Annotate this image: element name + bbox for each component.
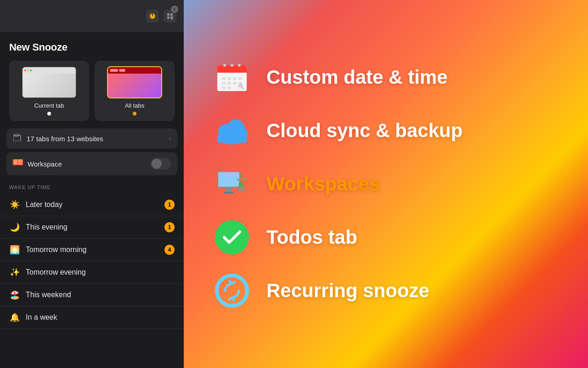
mini-browser-current	[23, 67, 76, 98]
workspace-toggle[interactable]	[151, 158, 171, 170]
this-weekend-option[interactable]: 🏖️ This weekend	[0, 284, 184, 306]
svg-rect-9	[18, 163, 22, 164]
svg-point-40	[217, 276, 247, 306]
later-today-emoji: ☀️	[9, 200, 20, 210]
in-a-week-label: In a week	[26, 313, 175, 322]
tomorrow-evening-label: Tomorrow evening	[26, 268, 175, 276]
extension-icon-1[interactable]	[146, 10, 159, 23]
workspace-text: Workspace	[28, 160, 146, 168]
svg-rect-31	[217, 137, 247, 143]
check-icon-wrap	[211, 217, 253, 258]
feature-recurring: Recurring snooze	[211, 266, 560, 315]
svg-rect-18	[227, 82, 231, 85]
svg-rect-19	[233, 82, 237, 85]
svg-rect-22	[227, 86, 231, 89]
feature-custom-date: Custom date & time	[211, 53, 560, 102]
current-tab-card[interactable]: Current tab	[9, 61, 89, 121]
mini-browser-all-bar	[108, 67, 161, 74]
current-tab-preview	[22, 66, 77, 98]
svg-point-23	[223, 64, 226, 67]
mini-browser-all-content	[108, 74, 161, 98]
tomorrow-evening-emoji: ✨	[9, 267, 20, 277]
cloud-icon-wrap	[211, 110, 253, 151]
svg-rect-8	[18, 160, 22, 162]
svg-rect-16	[238, 77, 242, 80]
tabs-info-text: 17 tabs from 13 websites	[27, 135, 164, 143]
svg-rect-35	[226, 188, 232, 192]
popup-title: New Snooze	[9, 41, 175, 53]
later-today-badge: 1	[164, 200, 175, 210]
svg-rect-36	[224, 192, 234, 194]
cloud-sync-text: Cloud sync & backup	[266, 120, 463, 142]
svg-rect-21	[222, 86, 226, 89]
svg-rect-3	[167, 17, 170, 19]
chevron-right-icon: ›	[169, 135, 171, 142]
workspace-icon	[13, 159, 23, 168]
tabs-info-row[interactable]: 17 tabs from 13 websites ›	[6, 128, 177, 149]
current-tab-label: Current tab	[34, 102, 64, 109]
tabs-icon	[13, 134, 22, 143]
wake-up-section-label: WAKE UP TIME	[0, 179, 184, 194]
close-button[interactable]: ×	[171, 6, 178, 13]
svg-point-24	[231, 64, 233, 67]
monitor-icon-wrap	[211, 163, 253, 205]
features-area: Custom date & time Cloud sync & backup	[184, 0, 588, 368]
tomorrow-morning-option[interactable]: 🌅 Tomorrow morning 4	[0, 239, 184, 261]
workspaces-text: Workspaces	[266, 173, 380, 195]
recurring-snooze-text: Recurring snooze	[266, 280, 430, 302]
svg-rect-12	[217, 71, 247, 73]
todos-text: Todos tab	[266, 226, 357, 248]
this-weekend-emoji: 🏖️	[9, 290, 20, 300]
all-tabs-preview	[107, 66, 162, 98]
refresh-circle-icon	[215, 274, 249, 308]
extension-panel: × New Snooze	[0, 0, 184, 368]
svg-rect-38	[239, 182, 243, 187]
refresh-icon-wrap	[211, 270, 253, 311]
svg-rect-34	[219, 173, 238, 186]
svg-point-25	[238, 64, 241, 67]
browser-chrome-bar: ×	[0, 0, 184, 32]
calendar-icon-wrap	[211, 57, 253, 98]
monitor-icon	[214, 166, 250, 202]
mini-browser-bar	[23, 67, 76, 74]
tomorrow-morning-emoji: 🌅	[9, 245, 20, 255]
popup-header: New Snooze	[0, 32, 184, 61]
svg-rect-13	[222, 77, 226, 80]
mini-browser-all	[108, 67, 161, 98]
later-today-option[interactable]: ☀️ Later today 1	[0, 194, 184, 216]
svg-rect-14	[227, 77, 231, 80]
tomorrow-morning-label: Tomorrow morning	[26, 246, 164, 254]
check-circle-icon	[215, 220, 249, 254]
tomorrow-evening-option[interactable]: ✨ Tomorrow evening	[0, 261, 184, 284]
toggle-thumb	[152, 159, 162, 169]
all-tabs-card[interactable]: All tabs	[95, 61, 175, 121]
feature-todos: Todos tab	[211, 213, 560, 262]
this-evening-badge: 1	[164, 222, 175, 232]
later-today-label: Later today	[26, 201, 164, 209]
calendar-icon	[214, 59, 250, 96]
tab-selector: Current tab All tabs	[0, 61, 184, 128]
in-a-week-emoji: 🔔	[9, 312, 20, 322]
all-tabs-indicator	[133, 112, 136, 115]
this-evening-option[interactable]: 🌙 This evening 1	[0, 216, 184, 239]
feature-cloud-sync: Cloud sync & backup	[211, 106, 560, 155]
custom-date-text: Custom date & time	[266, 66, 447, 88]
cloud-icon	[214, 117, 250, 144]
feature-workspaces: Workspaces	[211, 160, 560, 208]
workspace-row[interactable]: Workspace	[6, 152, 177, 175]
svg-rect-2	[170, 13, 173, 16]
svg-rect-17	[222, 82, 226, 85]
all-tabs-label: All tabs	[125, 102, 145, 109]
svg-rect-15	[233, 77, 237, 80]
svg-point-39	[215, 220, 249, 254]
svg-rect-7	[14, 160, 17, 164]
current-tab-indicator	[47, 112, 51, 115]
this-evening-label: This evening	[26, 223, 164, 231]
tomorrow-morning-badge: 4	[164, 245, 175, 255]
mini-browser-content	[23, 74, 76, 98]
this-evening-emoji: 🌙	[9, 222, 20, 232]
in-a-week-option[interactable]: 🔔 In a week	[0, 306, 184, 329]
popup-content: New Snooze Current tab	[0, 32, 184, 368]
this-weekend-label: This weekend	[26, 291, 175, 299]
svg-rect-1	[167, 13, 170, 16]
